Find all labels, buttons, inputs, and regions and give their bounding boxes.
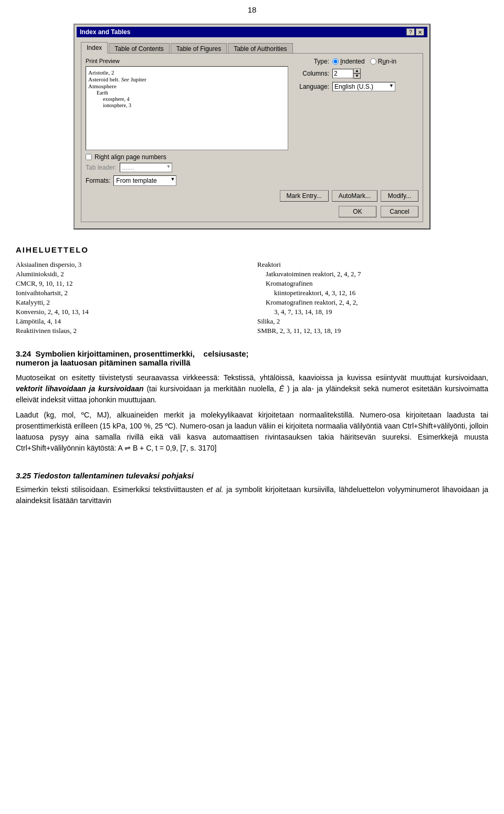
- list-item: Kromatografinen reaktori, 2, 4, 2,: [257, 298, 488, 307]
- language-label: Language:: [292, 83, 329, 90]
- dialog-overlay: Index and Tables ? ✕ Index Table of Cont…: [0, 18, 504, 240]
- index-tables-dialog: Index and Tables ? ✕ Index Table of Cont…: [74, 24, 430, 229]
- aiheluettelo-left-col: Aksiaalinen dispersio, 3 Alumiinioksidi,…: [16, 259, 247, 336]
- section-324-para1: Muotoseikat on esitetty tiivistetysti se…: [16, 372, 488, 405]
- aiheluettelo-section: AIHELUETTELO Aksiaalinen dispersio, 3 Al…: [0, 240, 504, 344]
- aiheluettelo-list: Aksiaalinen dispersio, 3 Alumiinioksidi,…: [16, 259, 488, 336]
- section-325: 3.25 Tiedoston tallentaminen tulevaksi p…: [0, 471, 504, 518]
- formats-label: Formats:: [86, 177, 110, 184]
- type-indented-label: Indented: [340, 58, 365, 65]
- type-runin: Run-in: [370, 58, 396, 65]
- language-select[interactable]: English (U.S.) ▼: [332, 82, 395, 91]
- preview-item-5: ionosphere, 3: [88, 102, 286, 108]
- list-item: Reaktiivinen tislaus, 2: [16, 327, 247, 335]
- print-preview-label: Print Preview: [86, 58, 288, 64]
- help-button[interactable]: ?: [406, 28, 415, 36]
- preview-box: Aristotle, 2 Asteroid belt. See Jupiter …: [86, 66, 288, 150]
- index-right: Type: Indented: [292, 58, 418, 186]
- columns-label: Columns:: [292, 70, 329, 77]
- list-item: Reaktori: [257, 260, 488, 269]
- right-section: Type: Indented: [292, 58, 418, 91]
- aiheluettelo-right-col: Reaktori Jatkuvatoiminen reaktori, 2, 4,…: [257, 259, 488, 336]
- columns-up-button[interactable]: ▲: [353, 68, 361, 74]
- columns-spin-buttons: ▲ ▼: [353, 68, 361, 79]
- automark-button[interactable]: AutoMark...: [332, 190, 377, 202]
- action-buttons: Mark Entry... AutoMark... Modify...: [86, 190, 418, 202]
- cancel-button[interactable]: Cancel: [381, 206, 418, 217]
- dialog-titlebar: Index and Tables ? ✕: [77, 27, 427, 37]
- ok-button[interactable]: OK: [339, 206, 376, 217]
- preview-item-0: Aristotle, 2: [88, 69, 286, 76]
- list-item: kiintopetireaktori, 4, 3, 12, 16: [257, 289, 488, 297]
- dialog-titlebar-buttons: ? ✕: [406, 28, 424, 36]
- page-number: 18: [0, 0, 504, 18]
- list-item: Jatkuvatoiminen reaktori, 2, 4, 2, 7: [257, 270, 488, 278]
- section-324: 3.24 Symbolien kirjoittaminen, prosentti…: [0, 344, 504, 466]
- preview-item-1: Asteroid belt. See Jupiter: [88, 76, 286, 82]
- right-align-row: Right align page numbers: [86, 153, 288, 161]
- columns-down-button[interactable]: ▼: [353, 74, 361, 79]
- formats-row: Formats: From template ▼: [86, 175, 288, 186]
- type-row: Type: Indented: [292, 58, 418, 65]
- type-radio-group: Indented Run-in: [332, 58, 396, 65]
- modify-button[interactable]: Modify...: [381, 190, 418, 202]
- type-runin-label: Run-in: [378, 58, 396, 65]
- spacer: [86, 190, 277, 202]
- columns-row: Columns: 2 ▲ ▼: [292, 68, 418, 79]
- list-item: Ionivaihtohartsit, 2: [16, 289, 247, 297]
- tab-row: Index Table of Contents Table of Figures…: [81, 41, 423, 53]
- list-item: Kromatografinen: [257, 279, 488, 288]
- tab-leader-label: Tab leader:: [86, 164, 117, 171]
- section-324-para2: Laadut (kg, mol, ºC, MJ), alkuaineiden m…: [16, 410, 488, 454]
- list-item: SMBR, 2, 3, 11, 12, 13, 18, 19: [257, 327, 488, 335]
- list-item: Katalyytti, 2: [16, 298, 247, 307]
- columns-input[interactable]: 2: [332, 69, 353, 78]
- right-align-label: Right align page numbers: [94, 153, 166, 161]
- list-item: Konversio, 2, 4, 10, 13, 14: [16, 308, 247, 316]
- mark-entry-button[interactable]: Mark Entry...: [280, 190, 329, 202]
- list-item: Aksiaalinen dispersio, 3: [16, 260, 247, 269]
- preview-item-2: Atmosphere: [88, 83, 286, 89]
- tab-content-index: Print Preview Aristotle, 2 Asteroid belt…: [81, 53, 423, 222]
- right-align-checkbox[interactable]: [86, 154, 92, 160]
- dialog-title: Index and Tables: [80, 28, 130, 36]
- preview-item-3: Earth: [88, 90, 286, 96]
- aiheluettelo-title: AIHELUETTELO: [16, 245, 488, 254]
- type-indented-radio[interactable]: [332, 58, 339, 65]
- bottom-buttons: OK Cancel: [86, 206, 418, 217]
- close-button[interactable]: ✕: [416, 28, 424, 36]
- formats-select[interactable]: From template ▼: [113, 175, 176, 186]
- section-324-heading: 3.24 Symbolien kirjoittaminen, prosentti…: [16, 349, 488, 367]
- tab-leader-row: Tab leader: ....... ▼: [86, 163, 288, 172]
- columns-spinner: 2 ▲ ▼: [332, 68, 361, 79]
- tab-index[interactable]: Index: [81, 42, 108, 54]
- list-item: Alumiinioksidi, 2: [16, 270, 247, 278]
- list-item: 3, 4, 7, 13, 14, 18, 19: [257, 308, 488, 316]
- list-item: Lämpötila, 4, 14: [16, 317, 247, 326]
- dialog-inner: Index Table of Contents Table of Figures…: [77, 39, 427, 226]
- language-row: Language: English (U.S.) ▼: [292, 82, 418, 91]
- type-indented: Indented: [332, 58, 365, 65]
- type-label: Type:: [292, 58, 329, 65]
- preview-item-4: exosphere, 4: [88, 96, 286, 102]
- list-item: CMCR, 9, 10, 11, 12: [16, 279, 247, 288]
- section-325-heading: 3.25 Tiedoston tallentaminen tulevaksi p…: [16, 471, 488, 480]
- tab-leader-select[interactable]: ....... ▼: [120, 163, 172, 172]
- list-item: Silika, 2: [257, 317, 488, 326]
- index-left: Print Preview Aristotle, 2 Asteroid belt…: [86, 58, 288, 186]
- index-content: Print Preview Aristotle, 2 Asteroid belt…: [86, 58, 418, 186]
- section-325-para1: Esimerkin teksti stilisoidaan. Esimerkik…: [16, 484, 488, 506]
- type-runin-radio[interactable]: [370, 58, 376, 65]
